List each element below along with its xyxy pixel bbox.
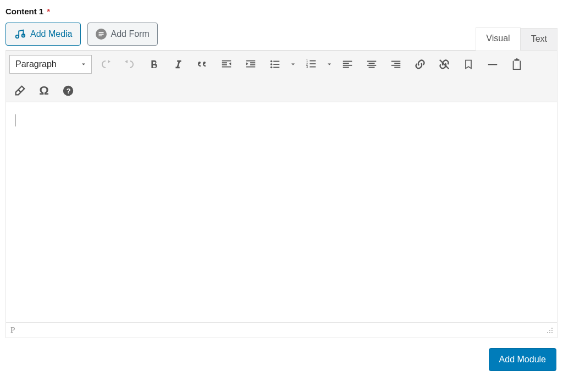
add-form-button[interactable]: Add Form xyxy=(87,23,158,46)
help-button[interactable]: ? xyxy=(58,81,79,101)
element-path[interactable]: P xyxy=(10,325,15,335)
text-cursor xyxy=(15,114,15,126)
paste-text-button[interactable]: T xyxy=(506,54,527,74)
svg-rect-30 xyxy=(488,64,498,65)
svg-rect-24 xyxy=(369,67,375,68)
svg-rect-4 xyxy=(98,36,102,37)
numbered-list-icon: 123 xyxy=(305,58,317,70)
format-select-value: Paragraph xyxy=(15,59,57,69)
bullet-list-button[interactable] xyxy=(264,54,285,74)
svg-rect-6 xyxy=(273,61,279,62)
unlink-icon xyxy=(438,58,450,70)
svg-rect-34 xyxy=(551,328,553,329)
svg-point-5 xyxy=(271,60,273,63)
tab-visual-label: Visual xyxy=(486,34,510,43)
svg-rect-36 xyxy=(551,330,553,331)
add-media-label: Add Media xyxy=(30,29,73,39)
svg-rect-22 xyxy=(369,63,375,64)
svg-rect-3 xyxy=(98,34,103,35)
editor-content-area[interactable] xyxy=(6,102,557,322)
numbered-list-button[interactable]: 123 xyxy=(301,54,322,74)
caret-down-icon xyxy=(80,61,87,68)
editor-status-bar: P xyxy=(6,322,557,338)
svg-point-7 xyxy=(271,63,273,65)
svg-rect-10 xyxy=(273,67,279,68)
svg-rect-16 xyxy=(310,67,316,68)
align-left-icon xyxy=(341,58,354,70)
format-select[interactable]: Paragraph xyxy=(9,55,92,74)
clipboard-text-icon: T xyxy=(511,58,523,70)
bullet-list-menu[interactable] xyxy=(289,61,297,68)
omega-icon: Ω xyxy=(39,84,49,98)
link-icon xyxy=(414,58,426,70)
svg-rect-2 xyxy=(98,32,103,34)
svg-rect-12 xyxy=(310,60,316,62)
svg-rect-20 xyxy=(343,67,349,68)
caret-down-icon xyxy=(290,61,296,68)
field-label: Content 1 * xyxy=(5,0,558,23)
svg-rect-17 xyxy=(343,61,352,62)
caret-down-icon xyxy=(326,61,333,68)
add-module-label: Add Module xyxy=(499,355,546,365)
svg-text:?: ? xyxy=(67,87,71,95)
svg-rect-26 xyxy=(394,63,400,64)
align-center-icon xyxy=(366,58,378,70)
quote-icon xyxy=(196,58,209,71)
tab-visual[interactable]: Visual xyxy=(476,27,520,51)
svg-rect-37 xyxy=(547,332,548,333)
tab-text-label: Text xyxy=(531,34,547,43)
bold-button[interactable] xyxy=(143,54,164,74)
svg-rect-38 xyxy=(549,332,550,333)
horizontal-rule-button[interactable] xyxy=(482,54,503,74)
bookmark-icon xyxy=(463,58,474,70)
bold-icon xyxy=(148,58,160,70)
eraser-icon xyxy=(14,85,26,97)
horizontal-rule-icon xyxy=(487,58,499,70)
field-label-text: Content 1 xyxy=(5,7,43,16)
svg-rect-14 xyxy=(310,63,316,64)
align-right-button[interactable] xyxy=(385,54,406,74)
svg-text:T: T xyxy=(515,63,518,68)
svg-rect-35 xyxy=(549,330,550,331)
blockquote-button[interactable] xyxy=(192,54,213,74)
required-asterisk: * xyxy=(47,7,50,16)
tab-text[interactable]: Text xyxy=(521,28,558,51)
indent-icon xyxy=(245,58,257,70)
undo-icon xyxy=(99,58,112,71)
italic-icon xyxy=(172,58,184,70)
redo-button[interactable] xyxy=(119,54,140,74)
outdent-button[interactable] xyxy=(216,54,237,74)
svg-rect-8 xyxy=(273,64,279,65)
add-module-button[interactable]: Add Module xyxy=(489,348,556,371)
editor-toolbar: Paragraph xyxy=(6,51,557,102)
form-icon xyxy=(96,29,107,40)
svg-rect-23 xyxy=(367,65,377,66)
italic-button[interactable] xyxy=(168,54,189,74)
media-note-icon xyxy=(14,28,26,40)
align-left-button[interactable] xyxy=(337,54,358,74)
outdent-icon xyxy=(220,58,233,70)
redo-icon xyxy=(123,58,136,71)
align-right-icon xyxy=(390,58,402,70)
svg-rect-21 xyxy=(367,61,377,62)
svg-text:3: 3 xyxy=(306,65,308,69)
help-icon: ? xyxy=(62,85,74,97)
undo-button[interactable] xyxy=(95,54,116,74)
svg-point-9 xyxy=(271,67,273,69)
resize-handle[interactable] xyxy=(546,327,554,334)
special-character-button[interactable]: Ω xyxy=(34,81,54,101)
link-button[interactable] xyxy=(410,54,430,74)
add-form-label: Add Form xyxy=(111,29,150,39)
svg-rect-28 xyxy=(394,67,400,68)
numbered-list-menu[interactable] xyxy=(325,61,334,68)
align-center-button[interactable] xyxy=(361,54,382,74)
add-media-button[interactable]: Add Media xyxy=(5,23,81,46)
bookmark-button[interactable] xyxy=(458,54,479,74)
clear-formatting-button[interactable] xyxy=(9,81,30,101)
indent-button[interactable] xyxy=(240,54,261,74)
svg-rect-19 xyxy=(343,65,352,66)
svg-rect-18 xyxy=(343,63,349,64)
svg-rect-27 xyxy=(391,65,401,66)
svg-rect-39 xyxy=(551,332,553,333)
unlink-button[interactable] xyxy=(434,54,455,74)
